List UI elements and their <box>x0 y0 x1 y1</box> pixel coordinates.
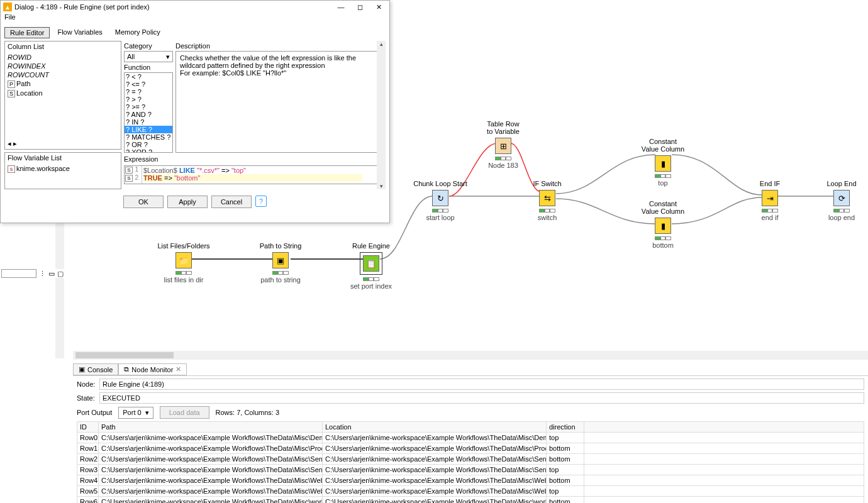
scroll-left-icon[interactable]: ◂ <box>8 140 11 147</box>
load-data-button[interactable]: Load data <box>160 406 209 419</box>
node-title: End IF <box>732 180 808 187</box>
chevron-down-icon: ▾ <box>166 53 170 60</box>
node-rule-engine[interactable]: Rule Engine 📋 set port index <box>333 242 409 290</box>
column-list-title: Column List <box>5 41 121 52</box>
list-item[interactable]: ROWID <box>8 53 118 62</box>
list-item[interactable]: ROWCOUNT <box>8 70 118 79</box>
table-row[interactable]: Row1C:\Users\arjen\knime-workspace\Examp… <box>77 443 864 454</box>
function-item[interactable]: ? AND ? <box>125 111 172 118</box>
dialog-v-scrollbar[interactable]: ▴▾ <box>377 41 386 189</box>
canvas-h-scrollbar[interactable] <box>73 351 868 360</box>
function-item[interactable]: ? >= ? <box>125 103 172 111</box>
node-chunk-loop[interactable]: Chunk Loop Start ↻ start loop <box>403 180 478 221</box>
node-const-bottom[interactable]: ConstantValue Column ▮ bottom <box>625 200 701 249</box>
function-item[interactable]: ? < ? <box>125 73 172 80</box>
monitor-icon: ⧉ <box>124 365 129 373</box>
node-title: Path to String <box>243 242 318 250</box>
flow-var-list[interactable]: sknime.workspace <box>5 163 121 189</box>
mini-field[interactable] <box>1 269 36 278</box>
list-item[interactable]: PPath <box>8 79 118 89</box>
chevron-down-icon: ▾ <box>145 409 149 417</box>
function-item[interactable]: ? OR ? <box>125 141 172 148</box>
endif-icon: ⇥ <box>762 190 778 206</box>
state-label: State: <box>77 394 96 402</box>
menu-file[interactable]: File <box>1 13 389 25</box>
node-const-top[interactable]: ConstantValue Column ▮ top <box>625 138 701 187</box>
expression-label: Expression <box>124 154 386 164</box>
column-icon: ▮ <box>655 218 671 234</box>
folder-icon: 📁 <box>175 252 192 268</box>
state-value: EXECUTED <box>99 392 864 404</box>
tool-icon[interactable]: ▭ <box>48 270 55 278</box>
scroll-right-icon[interactable]: ▸ <box>13 140 17 147</box>
table-row[interactable]: Row5C:\Users\arjen\knime-workspace\Examp… <box>77 486 864 497</box>
port-select[interactable]: Port 0▾ <box>118 407 153 419</box>
tab-console[interactable]: ▣Console <box>73 363 118 375</box>
function-item[interactable]: ? > ? <box>125 96 172 103</box>
node-title: List Files/Folders <box>146 242 221 250</box>
tab-flow-variables[interactable]: Flow Variables <box>52 27 107 38</box>
node-loop-end[interactable]: Loop End ⟳ loop end <box>804 180 868 221</box>
function-item[interactable]: ? <= ? <box>125 80 172 88</box>
table-row[interactable]: Row6C:\Users\arjen\knime-workspace\Examp… <box>77 497 864 504</box>
col-path[interactable]: Path <box>99 422 323 433</box>
variable-icon: ⊞ <box>495 138 511 154</box>
category-label: Category <box>124 41 173 51</box>
help-button[interactable]: ? <box>255 196 267 207</box>
close-button[interactable]: ✕ <box>369 1 388 13</box>
node-title: Chunk Loop Start <box>403 180 478 187</box>
node-table-row-variable[interactable]: Table Rowto Variable ⊞ Node 183 <box>465 120 541 169</box>
rows-cols-info: Rows: 7, Columns: 3 <box>216 409 279 416</box>
rule-icon: 📋 <box>363 255 379 272</box>
rule-engine-dialog: ▲ Dialog - 4:189 - Rule Engine (set port… <box>0 0 390 223</box>
tab-node-monitor[interactable]: ⧉Node Monitor✕ <box>118 363 187 375</box>
tab-rule-editor[interactable]: Rule Editor <box>4 27 50 38</box>
minimize-button[interactable]: — <box>331 1 350 13</box>
node-path-to-string[interactable]: Path to String ▣ path to string <box>243 242 318 284</box>
node-if-switch[interactable]: IF Switch ⇆ switch <box>509 180 585 221</box>
tool-icon[interactable]: ▢ <box>57 270 64 278</box>
node-list-files[interactable]: List Files/Folders 📁 list files in dir <box>146 242 221 284</box>
function-item[interactable]: ? IN ? <box>125 118 172 126</box>
node-label: Node: <box>77 380 96 388</box>
tab-memory-policy[interactable]: Memory Policy <box>110 27 165 38</box>
function-item[interactable]: ? XOR ? <box>125 148 172 153</box>
cancel-button[interactable]: Cancel <box>211 196 252 208</box>
function-item[interactable]: ? = ? <box>125 88 172 96</box>
list-item[interactable]: ROWINDEX <box>8 62 118 70</box>
function-label: Function <box>124 62 173 72</box>
table-row[interactable]: Row4C:\Users\arjen\knime-workspace\Examp… <box>77 475 864 486</box>
category-select[interactable]: All▾ <box>124 51 173 62</box>
dialog-title: Dialog - 4:189 - Rule Engine (set port i… <box>14 3 331 11</box>
list-item[interactable]: SLocation <box>8 89 118 98</box>
table-row[interactable]: Row2C:\Users\arjen\knime-workspace\Examp… <box>77 454 864 465</box>
table-row[interactable]: Row0C:\Users\arjen\knime-workspace\Examp… <box>77 433 864 443</box>
node-end-if[interactable]: End IF ⇥ end if <box>732 180 808 221</box>
function-item[interactable]: ? LIKE ? <box>125 126 172 133</box>
col-location[interactable]: Location <box>323 422 547 433</box>
toolbar-misc: ⋮ ▭ ▢ <box>0 269 65 278</box>
node-label: end if <box>732 214 808 221</box>
description-label: Description <box>175 41 386 51</box>
maximize-button[interactable]: ◻ <box>350 1 369 13</box>
convert-icon: ▣ <box>272 252 289 268</box>
list-item[interactable]: sknime.workspace <box>8 164 118 174</box>
function-item[interactable]: ? MATCHES ? <box>125 133 172 141</box>
close-icon[interactable]: ✕ <box>175 365 181 373</box>
output-table[interactable]: ID Path Location direction Row0C:\Users\… <box>77 421 864 503</box>
column-list[interactable]: ROWID ROWINDEX ROWCOUNT PPath SLocation <box>5 52 121 140</box>
column-icon: ▮ <box>655 155 671 172</box>
expression-editor[interactable]: S1 S2 $Location$ LIKE "*.csv*" => "top" … <box>124 165 386 184</box>
col-direction[interactable]: direction <box>547 422 584 433</box>
function-list[interactable]: ? < ?? <= ?? = ?? > ?? >= ?? AND ?? IN ?… <box>124 72 173 153</box>
node-label: Node 183 <box>465 162 541 169</box>
col-id[interactable]: ID <box>77 422 99 433</box>
tool-icon[interactable]: ⋮ <box>39 270 46 278</box>
title-bar[interactable]: ▲ Dialog - 4:189 - Rule Engine (set port… <box>1 1 389 13</box>
apply-button[interactable]: Apply <box>167 196 208 208</box>
ok-button[interactable]: OK <box>123 196 164 208</box>
table-row[interactable]: Row3C:\Users\arjen\knime-workspace\Examp… <box>77 465 864 475</box>
node-label: top <box>625 179 701 187</box>
node-title: Rule Engine <box>333 242 409 250</box>
node-title: IF Switch <box>509 180 585 187</box>
